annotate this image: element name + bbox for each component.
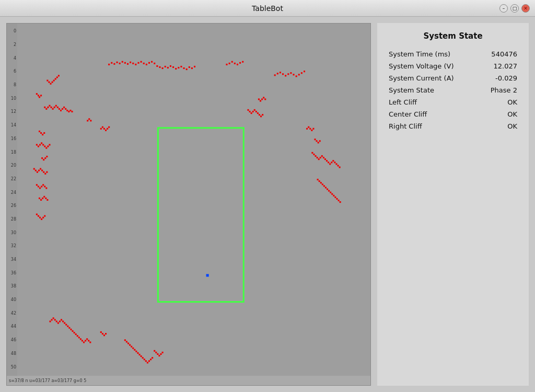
svg-rect-207: [148, 360, 150, 362]
svg-rect-95: [38, 170, 40, 171]
svg-rect-138: [326, 160, 328, 162]
svg-rect-48: [293, 74, 294, 75]
y-axis-label: 14: [7, 123, 17, 128]
svg-rect-8: [127, 63, 129, 65]
svg-rect-125: [314, 139, 316, 140]
svg-rect-108: [39, 198, 40, 199]
svg-rect-150: [322, 183, 323, 185]
svg-rect-226: [48, 82, 50, 83]
svg-rect-200: [137, 352, 138, 354]
svg-rect-128: [319, 140, 321, 142]
svg-rect-9: [130, 62, 131, 63]
svg-rect-186: [88, 340, 89, 341]
svg-rect-121: [308, 126, 309, 128]
y-axis-label: 12: [7, 109, 17, 114]
svg-rect-176: [72, 330, 73, 332]
svg-rect-104: [41, 186, 42, 187]
svg-rect-116: [39, 217, 41, 218]
svg-rect-184: [85, 340, 86, 341]
svg-rect-52: [304, 71, 305, 72]
svg-rect-15: [146, 64, 147, 65]
svg-rect-81: [39, 144, 41, 145]
svg-rect-61: [51, 107, 52, 108]
y-axis-label: 0: [7, 29, 17, 33]
maximize-button[interactable]: □: [510, 4, 519, 13]
svg-rect-190: [103, 335, 105, 336]
y-axis-label: 32: [7, 244, 17, 248]
y-axis-label: 4: [7, 56, 17, 61]
svg-rect-4: [116, 62, 118, 63]
svg-rect-198: [134, 349, 135, 351]
svg-rect-26: [175, 68, 177, 70]
y-axis-label: 22: [7, 177, 17, 181]
state-value: -0.029: [479, 72, 518, 84]
svg-rect-132: [317, 157, 318, 158]
svg-rect-142: [332, 160, 334, 162]
svg-rect-14: [143, 63, 145, 64]
svg-rect-49: [296, 75, 297, 77]
svg-rect-141: [331, 162, 332, 163]
svg-rect-85: [45, 147, 47, 149]
svg-rect-101: [36, 184, 38, 186]
svg-rect-63: [54, 107, 55, 108]
svg-rect-37: [234, 63, 236, 64]
svg-rect-221: [103, 128, 105, 130]
y-axis-label: 42: [7, 311, 17, 316]
svg-rect-159: [336, 198, 338, 200]
svg-rect-50: [298, 74, 300, 75]
svg-rect-228: [52, 82, 53, 83]
state-table-row: System Voltage (V)12.027: [388, 60, 518, 72]
svg-rect-187: [89, 341, 91, 343]
state-label: System Time (ms): [388, 48, 479, 60]
svg-rect-146: [339, 166, 341, 168]
svg-rect-202: [141, 355, 142, 357]
svg-rect-97: [41, 170, 43, 171]
svg-rect-90: [44, 157, 46, 159]
svg-rect-72: [68, 111, 69, 112]
svg-rect-103: [39, 187, 41, 189]
system-state-title: System State: [388, 31, 518, 41]
svg-rect-224: [108, 126, 110, 128]
svg-rect-239: [249, 111, 250, 112]
svg-rect-39: [239, 62, 241, 64]
svg-rect-19: [156, 65, 158, 67]
svg-rect-110: [42, 198, 43, 199]
minimize-button[interactable]: –: [499, 4, 508, 13]
svg-rect-126: [316, 140, 318, 142]
svg-rect-77: [42, 134, 43, 135]
svg-rect-137: [324, 158, 326, 160]
svg-rect-227: [50, 83, 51, 85]
y-axis-label: 2: [7, 42, 17, 47]
svg-rect-16: [148, 62, 150, 64]
close-button[interactable]: ✕: [521, 4, 530, 13]
svg-rect-80: [38, 146, 39, 147]
svg-rect-38: [237, 64, 238, 65]
y-axis-label: 38: [7, 284, 17, 289]
state-value: OK: [479, 96, 518, 108]
state-label: System Current (A): [388, 72, 479, 84]
svg-rect-167: [57, 322, 59, 324]
svg-rect-244: [257, 112, 259, 114]
y-axis-label: 18: [7, 150, 17, 155]
svg-rect-155: [330, 192, 331, 193]
svg-rect-65: [57, 107, 59, 108]
svg-rect-231: [56, 76, 58, 78]
svg-rect-145: [337, 165, 339, 166]
svg-rect-35: [229, 63, 230, 64]
svg-rect-189: [102, 333, 103, 335]
svg-rect-245: [259, 114, 260, 116]
svg-rect-24: [170, 65, 171, 67]
svg-rect-27: [178, 67, 179, 68]
y-axis-label: 36: [7, 271, 17, 275]
svg-rect-120: [306, 128, 308, 130]
svg-rect-36: [231, 61, 233, 63]
svg-rect-84: [44, 146, 45, 147]
window-title: TableBot: [252, 4, 283, 13]
svg-rect-124: [312, 128, 314, 130]
svg-rect-183: [83, 341, 85, 343]
y-axis-label: 46: [7, 338, 17, 342]
canvas-area: 0246810121416182022242628303234363840424…: [6, 23, 371, 386]
svg-rect-201: [139, 354, 141, 355]
status-bar: s=37/8 n u=03/177 a=03/177 g=0 5: [7, 376, 370, 385]
y-axis: 0246810121416182022242628303234363840424…: [7, 24, 17, 375]
